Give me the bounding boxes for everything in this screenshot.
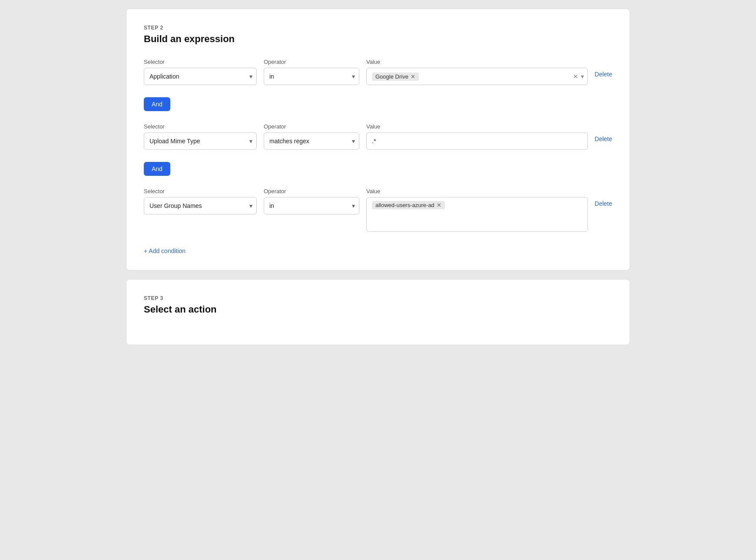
delete-button-3[interactable]: Delete [595, 200, 612, 207]
tag-google-drive: Google Drive ✕ [372, 72, 419, 81]
delete-group-1: Delete [595, 59, 612, 78]
tag-label-azure: allowed-users-azure-ad [375, 202, 434, 208]
value-label-2: Value [366, 123, 588, 130]
operator-group-1: Operator in not in matches regex equals … [264, 59, 359, 85]
value-label-3: Value [366, 188, 588, 194]
value-tag-input-3[interactable]: allowed-users-azure-ad ✕ [366, 197, 588, 232]
operator-wrapper-2: in not in matches regex equals ▾ [264, 132, 359, 150]
step3-title: Select an action [144, 304, 612, 315]
selector-wrapper-1: Application Upload Mime Type User Group … [144, 68, 257, 85]
selector-group-2: Selector Application Upload Mime Type Us… [144, 123, 257, 150]
delete-button-2[interactable]: Delete [595, 135, 612, 142]
operator-label-1: Operator [264, 59, 359, 65]
delete-group-2: Delete [595, 123, 612, 142]
and-button-1[interactable]: And [144, 97, 170, 111]
step2-title: Build an expression [144, 33, 612, 45]
and-button-2[interactable]: And [144, 162, 170, 176]
tag-azure-ad: allowed-users-azure-ad ✕ [372, 201, 445, 209]
value-group-1: Value Google Drive ✕ ✕ ▾ [366, 59, 588, 85]
step2-label: STEP 2 [144, 25, 612, 31]
delete-group-3: Delete [595, 188, 612, 207]
delete-button-1[interactable]: Delete [595, 71, 612, 78]
operator-select-3[interactable]: in not in matches regex equals [264, 197, 359, 214]
condition-row-1: Selector Application Upload Mime Type Us… [144, 59, 612, 85]
selector-label-2: Selector [144, 123, 257, 130]
tag-input-controls-1: ✕ ▾ [573, 73, 584, 80]
value-text-input-2[interactable] [366, 132, 588, 150]
operator-wrapper-3: in not in matches regex equals ▾ [264, 197, 359, 214]
operator-label-2: Operator [264, 123, 359, 130]
selector-label-1: Selector [144, 59, 257, 65]
value-group-2: Value [366, 123, 588, 150]
selector-select-2[interactable]: Application Upload Mime Type User Group … [144, 132, 257, 150]
selector-label-3: Selector [144, 188, 257, 194]
tag-label: Google Drive [375, 73, 408, 80]
step3-card: STEP 3 Select an action [126, 279, 630, 345]
tag-close-google-drive[interactable]: ✕ [411, 74, 415, 79]
value-tag-input-1[interactable]: Google Drive ✕ ✕ ▾ [366, 68, 588, 85]
add-condition-button[interactable]: + Add condition [144, 247, 186, 254]
condition-row-2: Selector Application Upload Mime Type Us… [144, 123, 612, 150]
operator-label-3: Operator [264, 188, 359, 194]
step2-card: STEP 2 Build an expression Selector Appl… [126, 9, 630, 270]
operator-select-2[interactable]: in not in matches regex equals [264, 132, 359, 150]
selector-wrapper-3: Application Upload Mime Type User Group … [144, 197, 257, 214]
selector-group-1: Selector Application Upload Mime Type Us… [144, 59, 257, 85]
dropdown-chevron-1[interactable]: ▾ [581, 73, 584, 80]
operator-select-1[interactable]: in not in matches regex equals [264, 68, 359, 85]
clear-icon-1[interactable]: ✕ [573, 73, 578, 80]
selector-wrapper-2: Application Upload Mime Type User Group … [144, 132, 257, 150]
tag-close-azure-ad[interactable]: ✕ [437, 202, 441, 208]
selector-select-1[interactable]: Application Upload Mime Type User Group … [144, 68, 257, 85]
selector-group-3: Selector Application Upload Mime Type Us… [144, 188, 257, 214]
operator-wrapper-1: in not in matches regex equals ▾ [264, 68, 359, 85]
value-label-1: Value [366, 59, 588, 65]
operator-group-2: Operator in not in matches regex equals … [264, 123, 359, 150]
step3-label: STEP 3 [144, 295, 612, 301]
page-wrapper: STEP 2 Build an expression Selector Appl… [126, 9, 630, 345]
operator-group-3: Operator in not in matches regex equals … [264, 188, 359, 214]
selector-select-3[interactable]: Application Upload Mime Type User Group … [144, 197, 257, 214]
condition-row-3: Selector Application Upload Mime Type Us… [144, 188, 612, 232]
value-group-3: Value allowed-users-azure-ad ✕ [366, 188, 588, 232]
